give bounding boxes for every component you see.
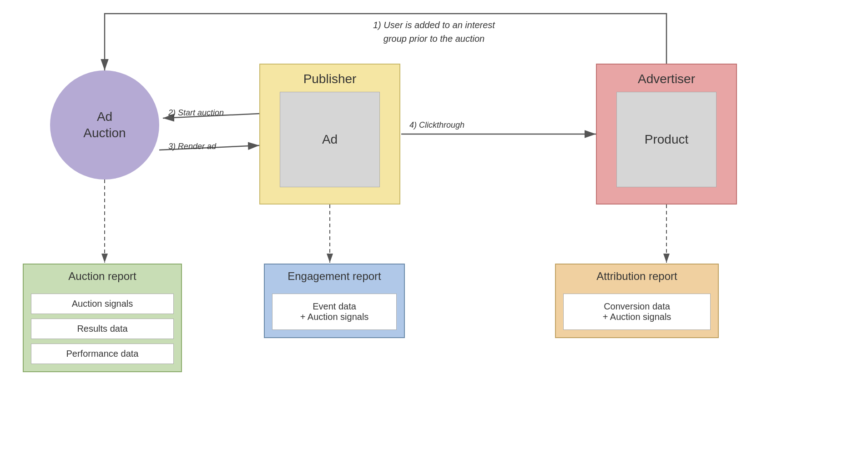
attribution-report-box: Attribution report Conversion data + Auc… [555,264,719,338]
clickthrough-label: 4) Clickthrough [409,120,464,130]
publisher-node: Publisher Ad [259,64,400,205]
advertiser-node: Advertiser Product [596,64,737,205]
advertiser-product-label: Product [645,132,689,147]
ad-auction-node: AdAuction [50,70,159,180]
engagement-report-item-0: Event data + Auction signals [272,294,397,330]
advertiser-title: Advertiser [638,72,695,86]
engagement-report-header: Engagement report [265,264,404,288]
attribution-report-body: Conversion data + Auction signals [556,288,718,337]
publisher-title: Publisher [303,72,357,86]
engagement-report-box: Engagement report Event data + Auction s… [264,264,405,338]
attribution-report-header: Attribution report [556,264,718,288]
interest-group-note: 1) User is added to an interestgroup pri… [373,18,495,45]
advertiser-product-box: Product [616,92,717,187]
render-ad-label: 3) Render ad [168,142,216,151]
start-auction-label: 2) Start auction [168,108,224,118]
auction-report-item-2: Performance data [31,344,174,364]
auction-report-box: Auction report Auction signals Results d… [23,264,182,372]
auction-report-body: Auction signals Results data Performance… [24,288,181,371]
publisher-ad-box: Ad [280,92,380,187]
diagram-container: 1) User is added to an interestgroup pri… [0,0,868,449]
diagram-svg [0,0,868,449]
auction-report-item-1: Results data [31,319,174,339]
engagement-report-body: Event data + Auction signals [265,288,404,337]
attribution-report-item-0: Conversion data + Auction signals [563,294,711,330]
auction-report-item-0: Auction signals [31,294,174,314]
auction-report-header: Auction report [24,264,181,288]
publisher-ad-label: Ad [322,132,338,147]
ad-auction-label: AdAuction [83,109,126,142]
